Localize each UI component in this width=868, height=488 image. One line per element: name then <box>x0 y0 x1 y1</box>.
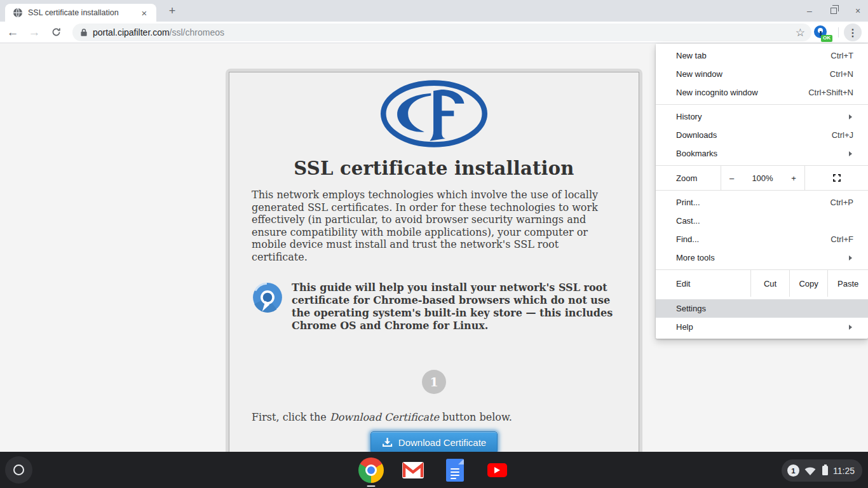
paste-button[interactable]: Paste <box>827 270 868 297</box>
copy-button[interactable]: Copy <box>789 270 828 297</box>
gmail-app-icon[interactable] <box>400 452 426 488</box>
chrome-guide-note: This guide will help you install your ne… <box>252 281 616 332</box>
step-1-badge: 1 <box>422 370 446 394</box>
browser-tab[interactable]: SSL certificate installation × <box>5 4 156 22</box>
active-app-indicator <box>367 485 376 487</box>
menu-zoom-row: Zoom – 100% + <box>656 165 868 191</box>
tab-title: SSL certificate installation <box>28 8 139 17</box>
download-certificate-button[interactable]: Download Certificate <box>370 431 498 452</box>
menu-item-more-tools[interactable]: More tools <box>656 248 868 267</box>
intro-paragraph: This network employs technologies which … <box>252 189 616 263</box>
wifi-icon <box>804 466 816 475</box>
menu-item-cast[interactable]: Cast... <box>656 212 868 230</box>
menu-item-new-window[interactable]: New window Ctrl+N <box>656 65 868 83</box>
cipafilter-logo <box>252 79 616 152</box>
notification-count-badge: 1 <box>787 464 799 477</box>
chromium-icon <box>252 281 283 313</box>
menu-item-find[interactable]: Find... Ctrl+F <box>656 230 868 248</box>
edit-label: Edit <box>656 270 750 297</box>
submenu-arrow-icon <box>849 255 852 261</box>
menu-item-downloads[interactable]: Downloads Ctrl+J <box>656 126 868 144</box>
shelf-apps <box>358 452 510 488</box>
clock: 11:25 <box>833 466 855 476</box>
url-text: portal.cipafilter.com/ssl/chromeos <box>93 27 796 37</box>
tab-strip: SSL certificate installation × + – × <box>0 0 868 22</box>
fullscreen-icon <box>832 173 841 182</box>
fullscreen-button[interactable] <box>804 166 868 190</box>
zoom-out-button[interactable]: – <box>721 166 742 190</box>
menu-item-help[interactable]: Help <box>656 318 868 336</box>
address-bar[interactable]: portal.cipafilter.com/ssl/chromeos ☆ <box>72 24 811 41</box>
globe-favicon-icon <box>13 8 23 18</box>
instruction-em: Download Certificate <box>330 411 439 423</box>
page-title: SSL certificate installation <box>252 158 616 179</box>
url-host: portal.cipafilter.com <box>93 27 170 37</box>
submenu-arrow-icon <box>849 114 852 119</box>
back-icon[interactable]: ← <box>4 24 22 41</box>
menu-item-new-incognito-window[interactable]: New incognito window Ctrl+Shift+N <box>656 83 868 102</box>
zoom-label: Zoom <box>656 166 721 190</box>
zoom-in-button[interactable]: + <box>783 166 804 190</box>
minimize-icon[interactable]: – <box>804 6 815 16</box>
chrome-app-icon[interactable] <box>358 452 384 488</box>
menu-kebab-icon[interactable]: ⋮ <box>844 24 862 41</box>
menu-item-new-tab[interactable]: New tab Ctrl+T <box>656 46 868 65</box>
menu-edit-row: Edit Cut Copy Paste <box>656 269 868 297</box>
bookmark-star-icon[interactable]: ☆ <box>796 26 805 39</box>
extension-ok-badge: OK <box>821 35 832 42</box>
system-tray[interactable]: 1 11:25 <box>782 459 862 482</box>
menu-item-bookmarks[interactable]: Bookmarks <box>656 144 868 163</box>
chrome-app-menu: New tab Ctrl+T New window Ctrl+N New inc… <box>656 44 868 339</box>
zoom-level: 100% <box>742 166 783 190</box>
restore-icon[interactable] <box>829 6 839 16</box>
youtube-app-icon[interactable] <box>484 452 510 488</box>
launcher-button[interactable] <box>5 456 32 484</box>
battery-icon <box>822 466 828 475</box>
tab-close-icon[interactable]: × <box>139 7 150 18</box>
chromeos-screen: SSL certificate installation × + – × ← →… <box>0 0 868 488</box>
window-controls: – × <box>804 0 863 22</box>
toolbar-right: OK ⋮ <box>814 22 865 43</box>
cut-button[interactable]: Cut <box>750 270 789 297</box>
launcher-icon <box>13 464 24 475</box>
guide-text: This guide will help you install your ne… <box>292 281 616 332</box>
download-icon <box>382 437 393 448</box>
menu-item-print[interactable]: Print... Ctrl+P <box>656 193 868 212</box>
menu-item-history[interactable]: History <box>656 107 868 126</box>
docs-app-icon[interactable] <box>442 452 468 488</box>
submenu-arrow-icon <box>849 325 852 330</box>
reload-icon[interactable] <box>47 24 65 41</box>
menu-item-settings[interactable]: Settings <box>656 299 868 318</box>
url-path: /ssl/chromeos <box>170 27 224 37</box>
chromeos-shelf: 1 11:25 <box>0 452 868 488</box>
extension-icon[interactable]: OK <box>814 25 828 39</box>
instruction-text: First, click the Download Certificate bu… <box>252 411 616 423</box>
toolbar-divider <box>838 27 839 37</box>
forward-icon: → <box>25 24 43 41</box>
submenu-arrow-icon <box>849 151 852 156</box>
new-tab-icon[interactable]: + <box>164 3 180 19</box>
lock-icon <box>80 28 88 37</box>
close-icon[interactable]: × <box>853 6 863 16</box>
content-card: SSL certificate installation This networ… <box>226 69 642 452</box>
browser-toolbar: ← → portal.cipafilter.com/ssl/chromeos ☆… <box>0 22 868 43</box>
